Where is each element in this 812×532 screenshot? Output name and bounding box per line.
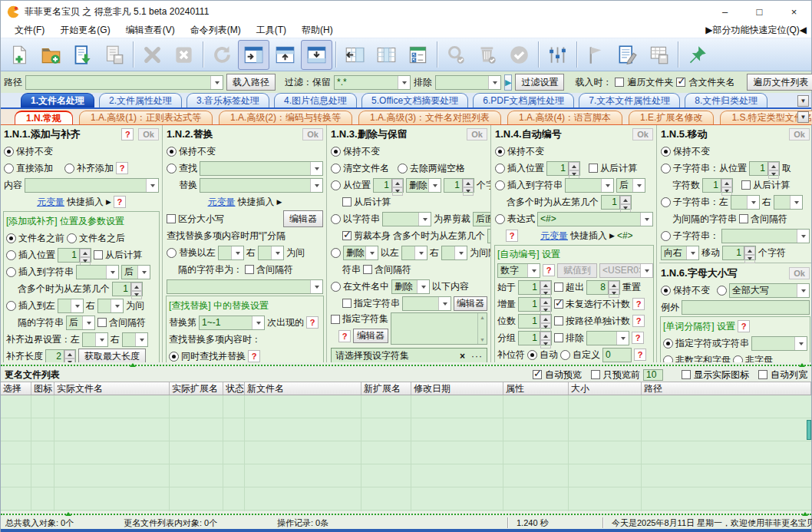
meta-variable-link[interactable]: 元变量 xyxy=(540,230,568,243)
menu-file[interactable]: 文件(F) xyxy=(7,24,52,37)
auto-preview-checkbox[interactable] xyxy=(533,370,542,379)
help-button[interactable]: ? xyxy=(116,162,128,174)
add-folder-button[interactable] xyxy=(35,40,67,70)
refresh-button[interactable] xyxy=(206,40,238,70)
layout-top-panel-button[interactable] xyxy=(269,40,301,70)
crop-self-checkbox[interactable] xyxy=(342,231,352,240)
column-header-attributes[interactable]: 属性 xyxy=(503,382,569,395)
load-path-button[interactable]: 载入路径 xyxy=(226,74,276,91)
crop-side-combo[interactable]: 后面 xyxy=(473,212,491,226)
right-delim-combo[interactable] xyxy=(97,299,124,313)
direct-add-radio[interactable] xyxy=(4,164,14,173)
filter-keep-combo[interactable]: *.* xyxy=(334,75,411,90)
simultaneous-radio[interactable] xyxy=(169,352,179,362)
expression-combo[interactable]: <#> xyxy=(537,212,653,226)
substring-radio[interactable] xyxy=(661,231,671,241)
keep-radio[interactable] xyxy=(331,147,341,157)
column-header-modified-date[interactable]: 修改日期 xyxy=(411,382,503,395)
tab-filename[interactable]: 1.文件名处理 xyxy=(21,93,94,107)
tab-text-attributes[interactable]: 7.文本文件属性处理 xyxy=(579,93,680,107)
scrollbar-thumb[interactable] xyxy=(807,420,811,440)
non-alpha-radio[interactable] xyxy=(733,355,743,363)
clear-name-radio[interactable] xyxy=(331,164,341,173)
insert-between-radio[interactable] xyxy=(6,301,16,311)
close-button[interactable]: × xyxy=(777,1,811,22)
replace-combo[interactable] xyxy=(200,178,323,193)
include-sep-checkbox[interactable] xyxy=(245,265,254,274)
scrollbar[interactable]: ▲▼ xyxy=(477,313,487,344)
boundary-left-combo[interactable] xyxy=(82,332,108,347)
filter-exclude-combo[interactable] xyxy=(435,75,501,90)
subtab-extension[interactable]: 1.E.扩展名修改 xyxy=(629,111,714,124)
expand-arrow[interactable]: ▶ xyxy=(106,198,111,206)
maximize-button[interactable]: □ xyxy=(742,1,777,22)
ok-button[interactable]: Ok xyxy=(789,128,810,140)
right-delim-combo[interactable] xyxy=(774,195,803,210)
pad-add-radio[interactable] xyxy=(64,164,74,173)
substring-pos-radio[interactable] xyxy=(661,164,671,173)
case-mode-combo[interactable]: 全部大写 xyxy=(729,283,810,298)
left-delim-combo[interactable] xyxy=(58,299,84,313)
charset-editor-button[interactable]: 编辑器 xyxy=(353,329,388,343)
trim-spaces-radio[interactable] xyxy=(398,164,408,173)
tab-file-classify[interactable]: 8.文件归类处理 xyxy=(685,93,767,107)
subtab-regex[interactable]: 1.A.高级(1)：正则表达式等 xyxy=(79,111,213,124)
left-delim-combo[interactable] xyxy=(401,246,427,260)
insert-pos-radio[interactable] xyxy=(6,250,16,260)
help-button[interactable]: ? xyxy=(634,349,646,361)
insert-pos-radio[interactable] xyxy=(495,164,505,173)
menu-tools[interactable]: 工具(T) xyxy=(249,24,294,37)
position-spinner[interactable]: 1 xyxy=(373,178,404,193)
column-header-actual-name[interactable]: 实际文件名 xyxy=(54,382,170,395)
tab-music-tags[interactable]: 3.音乐标签处理 xyxy=(186,93,269,107)
separator-combo[interactable] xyxy=(751,336,807,351)
auto-pad-radio[interactable] xyxy=(527,350,537,360)
help-button[interactable]: ? xyxy=(248,350,260,362)
move-spinner[interactable]: 1 xyxy=(722,246,756,260)
column-header-new-ext[interactable]: 新扩展名 xyxy=(361,382,411,395)
increment-spinner[interactable]: 1 xyxy=(518,297,552,312)
help-button[interactable]: ? xyxy=(338,330,351,342)
keep-radio[interactable] xyxy=(167,147,177,157)
position-combo[interactable]: 后 xyxy=(616,178,645,193)
substring-combo[interactable] xyxy=(721,229,810,243)
traverse-folders-checkbox[interactable] xyxy=(615,78,624,87)
file-table-body[interactable] xyxy=(1,395,811,511)
insert-to-string-radio[interactable] xyxy=(495,180,505,190)
layout-right-panel-button[interactable] xyxy=(238,40,269,70)
position-combo[interactable]: 后 xyxy=(121,265,150,279)
insert-columns-button[interactable] xyxy=(339,40,371,70)
column-header-icon[interactable]: 图标 xyxy=(31,382,54,395)
quick-locate-link[interactable]: ▶部分功能快速定位(Q)◀ xyxy=(705,24,811,37)
digits-spinner[interactable]: 1 xyxy=(518,314,552,329)
include-folder-names-checkbox[interactable] xyxy=(676,78,685,87)
insert-pos-spinner[interactable]: 1 xyxy=(546,161,580,176)
charset-textarea[interactable]: ▲▼ xyxy=(391,312,487,345)
count-spinner[interactable]: 1 xyxy=(444,178,474,193)
check-list-button[interactable] xyxy=(402,40,434,70)
sub-tab-dropdown-button[interactable]: ▼ xyxy=(797,111,809,123)
start-spinner[interactable]: 1 xyxy=(518,280,552,295)
help-button[interactable]: ? xyxy=(543,264,555,276)
menu-edit-view[interactable]: 编辑查看(V) xyxy=(118,24,183,37)
editor-button[interactable]: 编辑器 xyxy=(454,296,487,311)
help-button[interactable]: ? xyxy=(738,320,750,332)
count-spinner[interactable]: 1 xyxy=(702,178,733,193)
filter-sliders-button[interactable] xyxy=(542,40,573,70)
from-end-checkbox[interactable] xyxy=(589,164,598,173)
delete-mode-combo[interactable]: 删除 xyxy=(406,178,441,193)
change-case-radio[interactable] xyxy=(717,286,727,296)
menu-command-list[interactable]: 命令列表(M) xyxy=(183,24,249,37)
column-header-size[interactable]: 大小 xyxy=(569,382,642,395)
preset-charset-bar[interactable]: 请选择预设字符集×··· xyxy=(331,348,487,362)
preview-count-input[interactable]: 10 xyxy=(643,369,663,381)
boundary-string-combo[interactable] xyxy=(382,212,431,226)
find-combo[interactable] xyxy=(200,161,323,176)
delete-mode-combo[interactable]: 删除 xyxy=(391,279,430,294)
help-button[interactable]: ? xyxy=(632,298,645,310)
subtab-encoding[interactable]: 1.A.高级(2)：编码与转换等 xyxy=(219,111,352,124)
user-var-combo[interactable]: <USER0> xyxy=(599,263,653,278)
tab-image-info[interactable]: 4.图片信息处理 xyxy=(274,93,357,107)
tab-file-attributes[interactable]: 2.文件属性处理 xyxy=(99,93,182,107)
clear-preset-button[interactable]: × xyxy=(460,351,465,362)
